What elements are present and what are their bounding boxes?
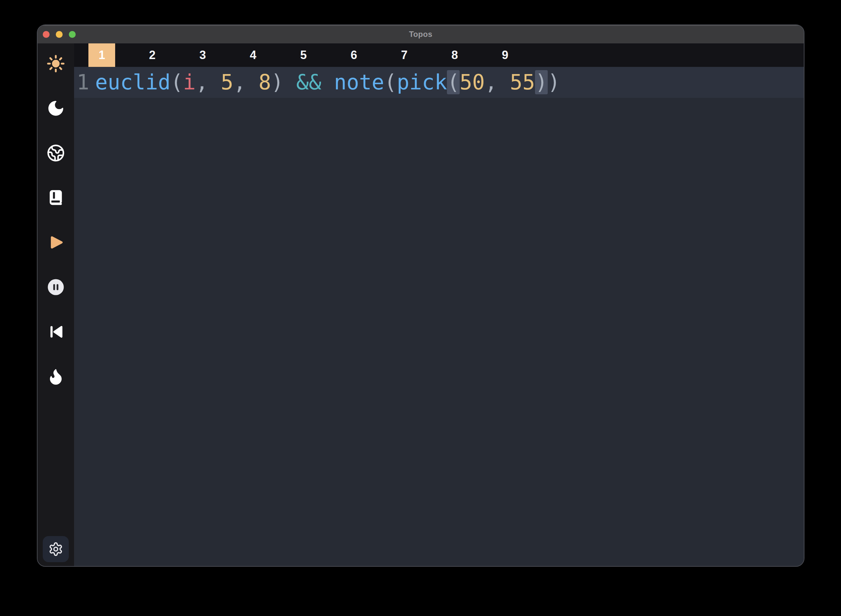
tab-label: 9 xyxy=(492,43,519,67)
globe-icon xyxy=(47,143,65,163)
code-token: 8 xyxy=(258,70,271,94)
code-token-bracket-match: ( xyxy=(447,70,460,94)
book-icon xyxy=(47,189,65,207)
tab-3[interactable]: 3 xyxy=(177,43,228,67)
tab-label: 3 xyxy=(189,43,216,67)
theme-dark-button[interactable] xyxy=(47,99,65,117)
titlebar[interactable]: Topos xyxy=(38,25,804,43)
tab-label: 5 xyxy=(290,43,317,67)
line-number: 1 xyxy=(77,67,89,98)
traffic-lights xyxy=(43,25,76,43)
tab-label: 6 xyxy=(341,43,367,67)
tab-label: 7 xyxy=(391,43,418,67)
tab-6[interactable]: 6 xyxy=(329,43,379,67)
pause-button[interactable] xyxy=(47,278,65,296)
tab-label: 4 xyxy=(240,43,267,67)
pause-icon xyxy=(47,277,65,297)
code-token: , xyxy=(485,70,510,94)
minimize-button[interactable] xyxy=(56,31,63,38)
code-editor[interactable]: 1 euclid(i, 5, 8) && note(pick(50, 55)) xyxy=(74,67,804,566)
code-token: note xyxy=(334,70,384,94)
tab-1[interactable]: 1 xyxy=(77,43,127,67)
tab-4[interactable]: 4 xyxy=(228,43,278,67)
docs-button[interactable] xyxy=(47,189,65,207)
code-token: pick xyxy=(397,70,447,94)
skip-back-button[interactable] xyxy=(47,323,65,341)
flame-button[interactable] xyxy=(47,367,65,386)
window-content: 123456789 1 euclid(i, 5, 8) && note(pick… xyxy=(38,43,804,566)
code-token: 5 xyxy=(221,70,234,94)
tab-8[interactable]: 8 xyxy=(430,43,480,67)
code-token: ( xyxy=(171,70,183,94)
sidebar xyxy=(38,43,74,566)
code-token-bracket-match: ) xyxy=(535,70,548,94)
code-token: ) xyxy=(271,70,284,94)
close-button[interactable] xyxy=(43,31,50,38)
code-token: && xyxy=(284,70,334,94)
sun-icon xyxy=(47,54,65,73)
app-window: Topos xyxy=(37,25,804,567)
theme-light-button[interactable] xyxy=(47,54,65,73)
tab-label: 1 xyxy=(88,43,115,67)
tab-9[interactable]: 9 xyxy=(480,43,530,67)
code-token: ) xyxy=(548,70,560,94)
play-button[interactable] xyxy=(47,233,65,252)
zoom-button[interactable] xyxy=(69,31,76,38)
code-token: 50 xyxy=(460,70,485,94)
moon-icon xyxy=(47,98,65,119)
code-token: ( xyxy=(384,70,397,94)
code-token: , xyxy=(196,70,221,94)
code-token: 55 xyxy=(510,70,535,94)
settings-button[interactable] xyxy=(43,536,69,562)
tab-2[interactable]: 2 xyxy=(127,43,178,67)
tab-label: 2 xyxy=(139,43,166,67)
tab-7[interactable]: 7 xyxy=(379,43,430,67)
tab-label: 8 xyxy=(441,43,468,67)
code-token: , xyxy=(233,70,258,94)
code-token: euclid xyxy=(95,70,171,94)
window-title: Topos xyxy=(409,30,432,39)
settings-gear-icon xyxy=(48,541,63,557)
play-icon xyxy=(47,232,65,252)
flame-icon xyxy=(47,367,65,386)
code-line-content: euclid(i, 5, 8) && note(pick(50, 55)) xyxy=(95,67,560,98)
skip-back-icon xyxy=(47,322,65,341)
code-line[interactable]: 1 euclid(i, 5, 8) && note(pick(50, 55)) xyxy=(74,67,804,98)
main-area: 123456789 1 euclid(i, 5, 8) && note(pick… xyxy=(74,43,804,566)
tab-5[interactable]: 5 xyxy=(278,43,329,67)
code-token: i xyxy=(183,70,196,94)
globe-button[interactable] xyxy=(47,144,65,162)
tab-bar: 123456789 xyxy=(74,43,804,67)
